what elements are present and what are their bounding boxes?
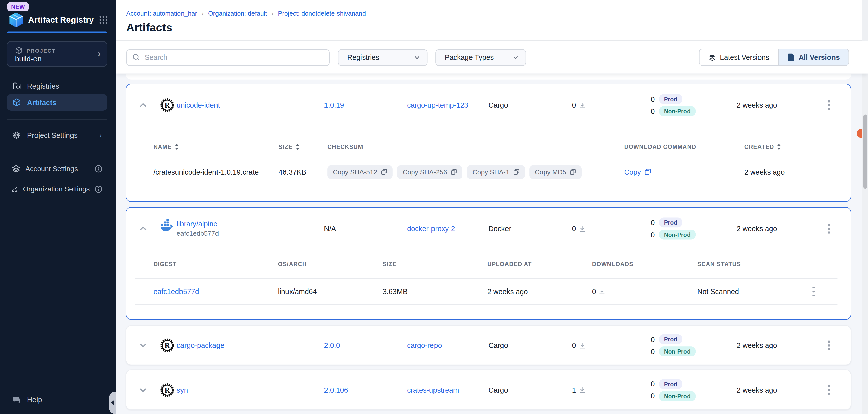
registries-filter-label: Registries bbox=[347, 53, 379, 61]
sort-icon bbox=[296, 144, 300, 150]
artifact-name-link[interactable]: cargo-package bbox=[177, 341, 224, 349]
download-command-copy-link[interactable]: Copy bbox=[624, 168, 651, 176]
app-logo-icon bbox=[8, 11, 24, 28]
row-menu-button[interactable] bbox=[825, 100, 833, 110]
expand-chevron-icon[interactable] bbox=[140, 387, 147, 392]
search-box[interactable] bbox=[126, 49, 330, 66]
help-button[interactable]: ? Help bbox=[12, 392, 42, 408]
collapse-chevron-icon[interactable] bbox=[140, 226, 147, 231]
cargo-package-icon: R bbox=[160, 383, 175, 397]
artifact-row[interactable]: R syn 2.0.106 crates-upstream Cargo 1 0P… bbox=[126, 370, 851, 410]
files-header-size[interactable]: SIZE bbox=[279, 143, 300, 150]
copy-icon bbox=[451, 169, 457, 175]
breadcrumb-project[interactable]: Project: donotdelete-shivanand bbox=[278, 10, 366, 16]
artifact-repository-link[interactable]: docker-proxy-2 bbox=[407, 225, 455, 233]
file-row: /cratesunicode-ident-1.0.19.crate 46.37K… bbox=[126, 159, 851, 184]
sidebar-collapse-handle[interactable] bbox=[109, 392, 116, 414]
package-types-filter-dropdown[interactable]: Package Types bbox=[435, 49, 526, 66]
artifact-env-badges: 0Prod 0Non-Prod bbox=[647, 217, 695, 240]
docker-package-icon bbox=[160, 218, 175, 232]
scrollbar-thumb[interactable] bbox=[863, 114, 867, 188]
sidebar-divider bbox=[6, 153, 107, 153]
breadcrumb-account[interactable]: Account: automation_har bbox=[126, 10, 197, 16]
prod-count: 0 bbox=[647, 218, 655, 227]
images-header-scan-status: SCAN STATUS bbox=[697, 261, 741, 267]
project-selector[interactable]: PROJECT build-en › bbox=[6, 41, 107, 67]
sidebar-item-account-settings[interactable]: Account Settings bbox=[6, 161, 107, 177]
chevron-down-icon bbox=[512, 54, 519, 61]
help-icon: ? bbox=[12, 395, 22, 404]
new-badge: NEW bbox=[7, 2, 29, 11]
app-title: Artifact Registry bbox=[28, 15, 94, 24]
artifact-row[interactable]: R cargo-package 2.0.0 cargo-repo Cargo 0… bbox=[126, 326, 851, 365]
file-size: 46.37KB bbox=[279, 168, 306, 176]
artifact-package-type: Cargo bbox=[488, 386, 508, 394]
artifact-registry-app: NEW Artifact Registry bbox=[0, 0, 868, 414]
cargo-package-icon: R bbox=[160, 98, 175, 112]
image-row-menu-button[interactable] bbox=[810, 286, 817, 296]
artifact-version-link[interactable]: 1.0.19 bbox=[324, 101, 344, 109]
artifact-version-link[interactable]: 2.0.0 bbox=[324, 341, 340, 349]
artifact-env-badges: 0Prod 0Non-Prod bbox=[647, 334, 695, 356]
row-menu-button[interactable] bbox=[825, 341, 833, 350]
row-menu-button[interactable] bbox=[825, 385, 833, 395]
sidebar-divider bbox=[6, 119, 107, 120]
artifact-card-cargo-package: R cargo-package 2.0.0 cargo-repo Cargo 0… bbox=[126, 325, 851, 365]
copy-sha1-button[interactable]: Copy SHA-1 bbox=[467, 165, 525, 179]
sidebar-item-registries[interactable]: Registries bbox=[6, 77, 107, 94]
sort-icon bbox=[777, 144, 781, 150]
sidebar-nav-account: Account Settings Organization Settings bbox=[6, 161, 107, 202]
nonprod-count: 0 bbox=[647, 347, 655, 356]
sidebar-item-organization-settings[interactable]: Organization Settings bbox=[6, 181, 107, 198]
file-name: /cratesunicode-ident-1.0.19.crate bbox=[153, 168, 258, 176]
row-menu-button[interactable] bbox=[825, 223, 833, 233]
files-header-name[interactable]: NAME bbox=[153, 143, 179, 150]
artifact-name-link[interactable]: syn bbox=[177, 386, 188, 394]
artifact-repository-link[interactable]: cargo-up-temp-123 bbox=[407, 101, 468, 109]
info-icon[interactable] bbox=[95, 185, 102, 193]
sidebar-item-artifacts[interactable]: Artifacts bbox=[6, 94, 107, 111]
info-icon[interactable] bbox=[95, 165, 102, 173]
copy-sha512-button[interactable]: Copy SHA-512 bbox=[327, 165, 393, 179]
table-divider bbox=[135, 304, 838, 305]
files-header-created[interactable]: CREATED bbox=[744, 143, 781, 150]
artifact-row[interactable]: library/alpine eafc1edb577d N/A docker-p… bbox=[126, 207, 851, 249]
artifact-name-link[interactable]: library/alpine bbox=[177, 219, 219, 228]
latest-versions-button[interactable]: Latest Versions bbox=[700, 49, 778, 65]
brand-underline bbox=[7, 31, 107, 33]
artifact-repository-link[interactable]: crates-upstream bbox=[407, 386, 459, 394]
collapse-chevron-icon[interactable] bbox=[140, 103, 147, 108]
artifact-version-link[interactable]: 2.0.106 bbox=[324, 386, 348, 394]
help-label: Help bbox=[27, 395, 42, 404]
artifact-repository-link[interactable]: cargo-repo bbox=[407, 341, 442, 349]
copy-md5-button[interactable]: Copy MD5 bbox=[529, 165, 582, 179]
prod-count: 0 bbox=[647, 380, 655, 388]
nonprod-badge: Non-Prod bbox=[659, 230, 695, 240]
app-switcher-icon[interactable] bbox=[99, 15, 108, 24]
sidebar-item-label: Account Settings bbox=[25, 165, 78, 173]
download-icon bbox=[579, 387, 586, 393]
artifact-downloads: 1 bbox=[572, 386, 586, 394]
nonprod-count: 0 bbox=[647, 230, 655, 239]
artifact-downloads: 0 bbox=[572, 341, 586, 349]
image-digest-link[interactable]: eafc1edb577d bbox=[153, 287, 199, 296]
expand-chevron-icon[interactable] bbox=[140, 343, 147, 348]
download-icon bbox=[579, 342, 586, 349]
images-header-uploaded-at: UPLOADED AT bbox=[487, 261, 532, 267]
sidebar-item-project-settings[interactable]: Project Settings › bbox=[6, 127, 107, 143]
prod-count: 0 bbox=[647, 335, 655, 343]
artifact-env-badges: 0Prod 0Non-Prod bbox=[647, 94, 695, 116]
files-header-download-command: DOWNLOAD COMMAND bbox=[624, 143, 696, 150]
all-versions-button[interactable]: All Versions bbox=[778, 49, 848, 65]
sidebar-item-label: Project Settings bbox=[27, 131, 78, 139]
image-scan-status: Not Scanned bbox=[697, 287, 739, 296]
gear-icon bbox=[12, 131, 21, 139]
artifact-name-link[interactable]: unicode-ident bbox=[177, 101, 220, 109]
breadcrumb-organization[interactable]: Organization: default bbox=[208, 10, 267, 16]
search-input[interactable] bbox=[145, 53, 323, 61]
layers-icon bbox=[708, 53, 716, 61]
registries-filter-dropdown[interactable]: Registries bbox=[338, 49, 428, 66]
copy-sha256-button[interactable]: Copy SHA-256 bbox=[397, 165, 463, 179]
artifact-row[interactable]: R unicode-ident 1.0.19 cargo-up-temp-123… bbox=[126, 84, 851, 126]
artifact-package-type: Docker bbox=[488, 225, 511, 233]
